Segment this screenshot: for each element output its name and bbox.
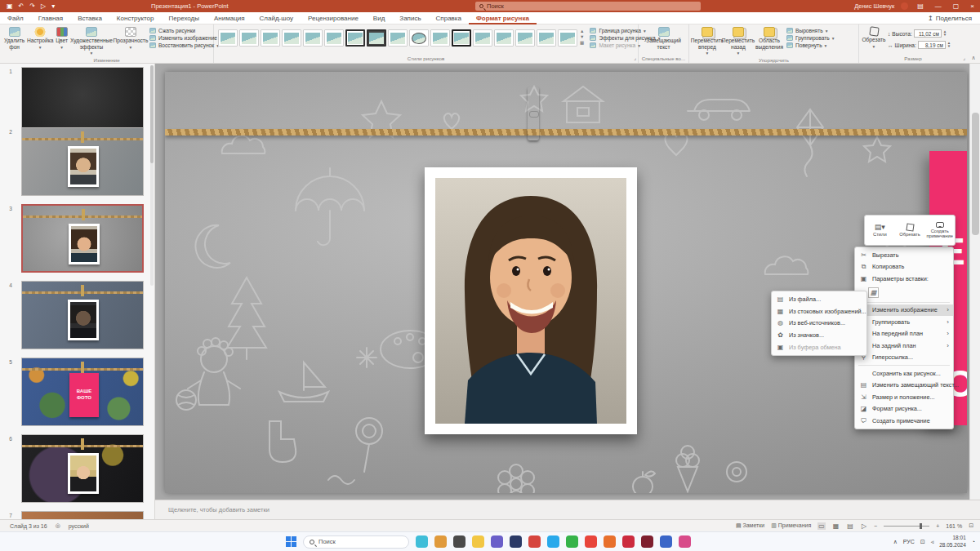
menu-cut[interactable]: ✂Вырезать — [855, 249, 953, 261]
menu-size-position[interactable]: ⇲Размер и положение... — [855, 391, 953, 403]
tab-home[interactable]: Главная — [31, 12, 70, 24]
zoom-slider[interactable] — [884, 526, 929, 527]
mini-crop-button[interactable]: Обрезать — [895, 216, 925, 245]
dialog-launcher-icon[interactable]: ⌟ — [634, 54, 636, 62]
picture-style-thumb[interactable] — [239, 29, 259, 47]
alt-text-button[interactable]: Замещающий текст — [643, 26, 685, 51]
taskbar-app-icon[interactable] — [622, 535, 635, 548]
compress-pictures-button[interactable]: Сжать рисунки — [149, 28, 222, 33]
height-field[interactable]: ↕ Высота: 11,02 см ▲▼ — [888, 29, 951, 38]
slide-thumb-5[interactable]: 5 ВАШЕ ФОТО — [0, 358, 155, 426]
taskbar-app-icon[interactable] — [604, 535, 616, 548]
picture-style-thumb[interactable] — [494, 29, 514, 47]
width-field[interactable]: ↔ Ширина: 8,19 см ▲▼ — [888, 41, 951, 49]
save-icon[interactable]: ▣ — [7, 2, 13, 10]
menu-group[interactable]: ⧈Группировать› — [855, 316, 953, 328]
reading-view-button[interactable]: ▤ — [846, 522, 854, 530]
taskbar-app-icon[interactable] — [491, 535, 503, 548]
picture-style-thumb[interactable] — [473, 29, 492, 47]
menu-save-as-picture[interactable]: Сохранить как рисунок... — [855, 367, 953, 380]
notes-toggle[interactable]: ▤ Заметки — [736, 522, 764, 529]
width-spinner[interactable]: ▲▼ — [947, 42, 951, 49]
taskbar-app-icon[interactable] — [453, 535, 466, 548]
picture-style-thumb[interactable] — [303, 29, 323, 47]
taskbar-app-icon[interactable] — [660, 535, 672, 548]
taskbar-app-icon[interactable] — [528, 535, 541, 548]
normal-view-button[interactable]: ▭ — [817, 522, 826, 530]
crop-button[interactable]: Обрезать▾ — [862, 26, 886, 50]
tray-expand-icon[interactable]: ∧ — [893, 539, 898, 545]
collapse-ribbon-icon[interactable]: ∧ — [971, 55, 975, 61]
accessibility-icon[interactable]: ◎ — [56, 522, 60, 529]
minimize-button[interactable]: — — [933, 2, 944, 10]
fit-to-window-icon[interactable]: ⊡ — [969, 522, 973, 529]
rotate-button[interactable]: Повернуть▾ — [786, 42, 834, 48]
slide-thumb-4[interactable]: 4 — [0, 281, 155, 349]
tab-record[interactable]: Запись — [392, 12, 428, 24]
picture-style-thumb[interactable] — [218, 29, 238, 47]
mini-new-comment-button[interactable]: Создать примечание — [924, 216, 955, 245]
comments-toggle[interactable]: ▥ Примечания — [771, 522, 811, 529]
picture-style-thumb[interactable] — [345, 29, 365, 47]
tab-review[interactable]: Рецензирование — [301, 12, 366, 24]
slide-thumb-1[interactable]: 1 — [0, 67, 155, 136]
language-indicator[interactable]: русский — [69, 523, 89, 529]
share-button[interactable]: ↥ Поделиться — [928, 15, 980, 22]
tab-design[interactable]: Конструктор — [109, 12, 162, 24]
taskbar-app-icon[interactable] — [679, 535, 691, 548]
taskbar-app-icon[interactable] — [416, 535, 428, 548]
mini-styles-button[interactable]: ▤▾ Стили — [865, 216, 895, 245]
start-button[interactable] — [286, 536, 296, 547]
menu-format-picture[interactable]: ◪Формат рисунка... — [855, 403, 953, 415]
submenu-stock-images[interactable]: ▦Из стоковых изображений... — [772, 305, 866, 318]
gallery-more-icon[interactable]: ▦ — [580, 40, 584, 45]
menu-send-to-back[interactable]: ⬓На задний план› — [855, 340, 953, 352]
picture-style-thumb[interactable] — [409, 29, 429, 47]
submenu-icons[interactable]: ✿Из значков... — [772, 329, 866, 341]
selected-photo[interactable] — [425, 167, 637, 434]
tab-help[interactable]: Справка — [429, 12, 469, 24]
align-button[interactable]: Выровнять▾ — [786, 28, 834, 33]
taskbar-app-icon[interactable] — [510, 535, 522, 548]
remove-background-button[interactable]: Удалить фон — [2, 26, 26, 51]
group-button[interactable]: Группировать▾ — [786, 35, 834, 41]
menu-copy[interactable]: ⧉Копировать — [855, 261, 953, 273]
customize-qat-icon[interactable]: ▾ — [51, 2, 55, 10]
menu-new-comment[interactable]: 🗩Создать примечание — [855, 415, 953, 427]
tab-file[interactable]: Файл — [0, 12, 31, 24]
taskbar-search[interactable]: Поиск — [303, 535, 409, 549]
submenu-online-sources[interactable]: ◍Из веб-источников... — [772, 318, 866, 330]
menu-alt-text[interactable]: ▤Изменить замещающий текст... — [855, 380, 953, 392]
close-button[interactable]: × — [968, 2, 977, 10]
slideshow-button[interactable]: ▷ — [861, 522, 867, 530]
start-presentation-icon[interactable]: ▷ — [41, 2, 46, 10]
tray-language[interactable]: РУС — [903, 539, 915, 544]
tab-view[interactable]: Вид — [366, 12, 392, 24]
tray-clock[interactable]: 18:0128.05.2024 — [939, 535, 966, 548]
slide-thumb-6[interactable]: 6 — [0, 434, 155, 503]
gallery-up-icon[interactable]: ▲ — [580, 29, 584, 33]
notifications-icon[interactable]: ◔ — [972, 539, 975, 544]
picture-style-thumb[interactable] — [452, 29, 471, 47]
slide-thumb-7[interactable]: 7 — [0, 511, 155, 519]
artistic-effects-button[interactable]: Художественные эффекты▾ — [69, 26, 114, 56]
redo-icon[interactable]: ↷ — [29, 2, 35, 10]
menu-hyperlink[interactable]: ⚲Гиперссылка... — [855, 352, 953, 364]
dialog-launcher-icon[interactable]: ⌟ — [963, 54, 965, 62]
undo-icon[interactable]: ↶ — [19, 2, 24, 10]
taskbar-app-icon[interactable] — [566, 535, 578, 548]
maximize-button[interactable]: ▢ — [951, 2, 962, 10]
slide-thumb-2[interactable]: 2 — [0, 127, 155, 196]
taskbar-app-icon[interactable] — [547, 535, 559, 548]
avatar[interactable] — [901, 2, 908, 10]
corrections-button[interactable]: Настройка▾ — [26, 26, 54, 51]
search-box[interactable]: Поиск — [475, 2, 701, 11]
taskbar-app-icon[interactable] — [585, 535, 597, 548]
notes-bar[interactable]: Щелкните, чтобы добавить заметки — [155, 500, 980, 519]
volume-icon[interactable]: ◃ — [931, 539, 934, 545]
submenu-from-file[interactable]: ▤Из файла... — [772, 293, 866, 305]
picture-style-thumb[interactable] — [430, 29, 450, 47]
picture-style-thumb[interactable] — [282, 29, 301, 47]
menu-bring-to-front[interactable]: ⬒На передний план› — [855, 328, 953, 340]
menu-change-image[interactable]: ▤Изменить изображение› — [855, 304, 953, 317]
